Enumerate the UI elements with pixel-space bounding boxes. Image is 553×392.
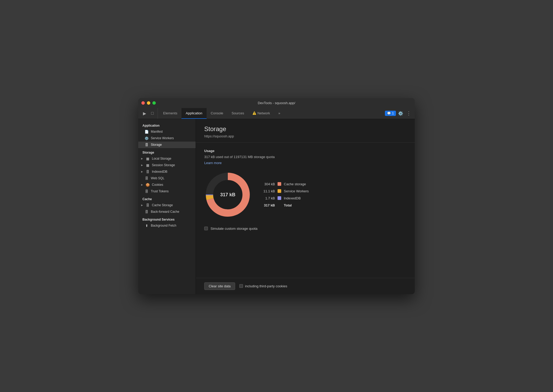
sidebar-item-cache-storage[interactable]: ▶ 🗄 Cache Storage	[138, 202, 196, 209]
clear-site-data-button[interactable]: Clear site data	[204, 282, 235, 290]
sidebar-item-web-sql[interactable]: 🗄 Web SQL	[138, 175, 196, 182]
back-forward-cache-icon: 🗄	[145, 210, 149, 214]
cache-value: 304 kB	[262, 182, 275, 186]
service-workers-icon: ⚙️	[145, 136, 149, 140]
simulate-checkbox[interactable]	[204, 227, 208, 230]
cache-color-swatch	[278, 182, 281, 186]
tab-sources[interactable]: Sources	[228, 108, 248, 119]
cookies-icon: 🍪	[146, 183, 150, 187]
tab-application[interactable]: Application	[181, 108, 207, 119]
sidebar-item-manifest[interactable]: 📄 Manifest	[138, 128, 196, 135]
inspect-icon[interactable]: □	[149, 110, 156, 117]
third-party-checkbox-row: including third-party cookies	[239, 284, 287, 288]
tab-bar: ▶ □ Elements Application Console Sources…	[138, 108, 415, 119]
arrow-icon: ▶	[140, 204, 143, 206]
traffic-lights	[141, 101, 156, 105]
web-sql-icon: 🗄	[145, 176, 149, 180]
idb-name: IndexedDB	[284, 196, 301, 200]
content-header: Storage https://squoosh.app	[196, 119, 415, 143]
usage-title: Usage	[204, 149, 406, 153]
sidebar-item-storage[interactable]: 🗄 Storage	[138, 142, 196, 148]
arrow-icon: ▶	[140, 164, 143, 166]
sw-color-swatch	[278, 189, 281, 193]
third-party-checkbox[interactable]	[239, 284, 243, 288]
sidebar-item-local-storage[interactable]: ▶ ▦ Local Storage	[138, 155, 196, 162]
usage-subtitle: 317 kB used out of 1197131 MB storage qu…	[204, 155, 406, 159]
arrow-icon: ▶	[140, 157, 143, 160]
simulate-label: Simulate custom storage quota	[211, 227, 257, 231]
more-options-icon[interactable]: ⋮	[405, 110, 412, 117]
toolbar-icons: ▶ □	[139, 108, 158, 119]
sidebar-section-cache: Cache	[138, 195, 196, 202]
tab-console[interactable]: Console	[207, 108, 228, 119]
arrow-icon: ▶	[140, 183, 143, 186]
content-area: Storage https://squoosh.app Usage 317 kB…	[196, 119, 415, 294]
total-value: 317 kB	[262, 203, 275, 207]
sidebar: Application 📄 Manifest ⚙️ Service Worker…	[138, 119, 196, 294]
simulate-checkbox-row: Simulate custom storage quota	[204, 227, 406, 231]
tab-elements[interactable]: Elements	[159, 108, 181, 119]
settings-icon[interactable]: ⚙️	[397, 110, 404, 117]
learn-more-link[interactable]: Learn more	[204, 161, 222, 165]
sidebar-section-application: Application	[138, 121, 196, 128]
close-button[interactable]	[141, 101, 145, 105]
total-name: Total	[284, 203, 292, 207]
storage-legend: 304 kB Cache storage 11.1 kB Service Wor…	[262, 182, 309, 207]
arrow-icon: ▶	[140, 170, 143, 173]
trust-tokens-icon: 🗄	[145, 189, 149, 193]
manifest-icon: 📄	[145, 130, 149, 134]
tab-bar-right: 💬 1 ⚙️ ⋮	[385, 108, 414, 119]
donut-chart: 317 kB	[204, 171, 251, 218]
indexeddb-icon: 🗄	[146, 170, 150, 174]
idb-color-swatch	[278, 196, 281, 200]
sidebar-section-storage: Storage	[138, 148, 196, 155]
sidebar-item-session-storage[interactable]: ▶ ▦ Session Storage	[138, 162, 196, 169]
donut-center-label: 317 kB	[220, 192, 235, 197]
sw-name: Service Workers	[284, 189, 309, 193]
cursor-icon[interactable]: ▶	[141, 110, 148, 117]
sw-value: 11.1 kB	[262, 189, 275, 193]
tab-network[interactable]: ⚠️ Network	[248, 108, 274, 119]
sidebar-item-indexeddb[interactable]: ▶ 🗄 IndexedDB	[138, 169, 196, 175]
storage-visualization: 317 kB 304 kB Cache storage 11.1 kB Serv…	[204, 171, 406, 218]
devtools-window: DevTools - squoosh.app/ ▶ □ Elements App…	[138, 98, 415, 294]
sidebar-item-service-workers[interactable]: ⚙️ Service Workers	[138, 135, 196, 142]
sidebar-item-background-fetch[interactable]: ⬆ Background Fetch	[138, 222, 196, 229]
sidebar-item-back-forward-cache[interactable]: 🗄 Back-forward Cache	[138, 209, 196, 215]
page-url: https://squoosh.app	[204, 134, 406, 138]
content-footer: Clear site data including third-party co…	[196, 278, 415, 294]
local-storage-icon: ▦	[146, 157, 150, 161]
storage-icon: 🗄	[145, 143, 149, 147]
content-body: Usage 317 kB used out of 1197131 MB stor…	[196, 143, 415, 278]
legend-item-sw: 11.1 kB Service Workers	[262, 189, 309, 193]
sidebar-section-background: Background Services	[138, 215, 196, 222]
window-title: DevTools - squoosh.app/	[258, 101, 295, 105]
page-title: Storage	[204, 125, 406, 133]
maximize-button[interactable]	[152, 101, 156, 105]
tab-more[interactable]: »	[274, 108, 284, 119]
feedback-badge-button[interactable]: 💬 1	[385, 111, 396, 116]
legend-item-cache: 304 kB Cache storage	[262, 182, 309, 186]
sidebar-item-cookies[interactable]: ▶ 🍪 Cookies	[138, 182, 196, 188]
network-warning-icon: ⚠️	[252, 111, 256, 115]
session-storage-icon: ▦	[146, 163, 150, 167]
sidebar-item-trust-tokens[interactable]: 🗄 Trust Tokens	[138, 188, 196, 195]
cache-storage-icon: 🗄	[146, 203, 150, 207]
background-fetch-icon: ⬆	[145, 224, 149, 228]
title-bar: DevTools - squoosh.app/	[138, 98, 415, 108]
cache-name: Cache storage	[284, 182, 306, 186]
minimize-button[interactable]	[147, 101, 150, 105]
third-party-label: including third-party cookies	[245, 284, 287, 288]
idb-value: 1.7 kB	[262, 196, 275, 200]
legend-item-total: 317 kB Total	[262, 203, 309, 207]
main-area: Application 📄 Manifest ⚙️ Service Worker…	[138, 119, 415, 294]
legend-item-idb: 1.7 kB IndexedDB	[262, 196, 309, 200]
